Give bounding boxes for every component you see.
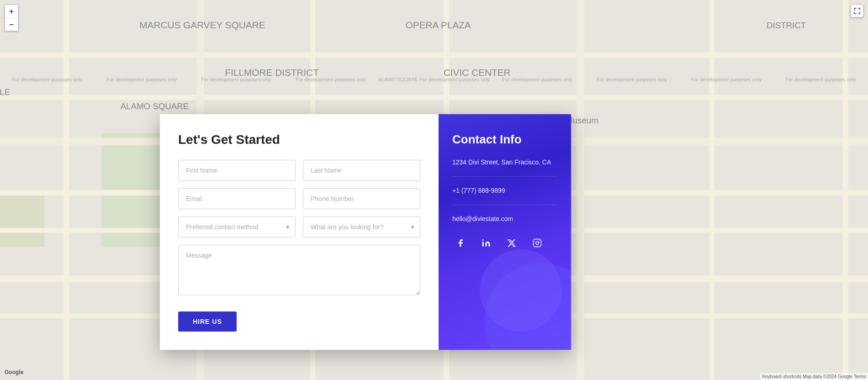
svg-text:MARCUS GARVEY SQUARE: MARCUS GARVEY SQUARE bbox=[139, 20, 265, 30]
contact-row bbox=[178, 188, 420, 209]
svg-text:OPERA PLAZA: OPERA PLAZA bbox=[406, 20, 471, 30]
contact-panel: Contact Info 1234 Divi Street, San Fraci… bbox=[439, 114, 571, 350]
contact-method-select[interactable]: Preferred contact method Email Phone Tex… bbox=[178, 216, 296, 238]
looking-for-wrapper: What are you looking for? Buying Selling… bbox=[303, 216, 420, 238]
contact-divider-1 bbox=[452, 176, 557, 177]
linkedin-icon[interactable] bbox=[478, 235, 494, 251]
last-name-field bbox=[303, 160, 420, 181]
email-field bbox=[178, 188, 296, 209]
svg-point-48 bbox=[482, 239, 484, 241]
facebook-icon[interactable] bbox=[452, 235, 469, 251]
svg-text:FILLMORE DISTRICT: FILLMORE DISTRICT bbox=[225, 67, 319, 78]
svg-text:ALAMO SQUARE: ALAMO SQUARE bbox=[121, 101, 189, 111]
svg-rect-15 bbox=[64, 0, 69, 380]
contact-address: 1234 Divi Street, San Fracisco, CA bbox=[452, 158, 557, 167]
form-title: Let's Get Started bbox=[178, 132, 420, 147]
contact-method-wrapper: Preferred contact method Email Phone Tex… bbox=[178, 216, 296, 238]
twitter-x-icon[interactable] bbox=[503, 235, 520, 251]
message-field bbox=[178, 245, 420, 297]
name-row bbox=[178, 160, 420, 181]
contact-title: Contact Info bbox=[452, 132, 557, 147]
message-row bbox=[178, 245, 420, 297]
zoom-out-button[interactable]: − bbox=[5, 18, 18, 31]
first-name-field bbox=[178, 160, 296, 181]
social-icons-group bbox=[452, 235, 557, 251]
form-panel: Let's Get Started Preferred contact met bbox=[160, 114, 439, 350]
svg-rect-3 bbox=[0, 190, 44, 247]
last-name-input[interactable] bbox=[303, 160, 420, 181]
instagram-icon[interactable] bbox=[529, 235, 545, 251]
map-zoom-controls: + − bbox=[5, 5, 18, 31]
svg-rect-21 bbox=[842, 0, 848, 380]
message-textarea[interactable] bbox=[178, 245, 420, 295]
email-input[interactable] bbox=[178, 188, 296, 209]
submit-button[interactable]: HIRE US bbox=[178, 311, 237, 332]
svg-rect-19 bbox=[577, 0, 584, 380]
svg-text:CIVIC CENTER: CIVIC CENTER bbox=[444, 67, 511, 78]
map-fullscreen-button[interactable] bbox=[851, 5, 863, 17]
svg-rect-4 bbox=[0, 52, 868, 58]
zoom-in-button[interactable]: + bbox=[5, 5, 18, 18]
first-name-input[interactable] bbox=[178, 160, 296, 181]
phone-field bbox=[303, 188, 420, 209]
svg-rect-49 bbox=[534, 239, 541, 247]
contact-divider-2 bbox=[452, 205, 557, 205]
modal-container: Let's Get Started Preferred contact met bbox=[160, 114, 571, 350]
svg-rect-5 bbox=[0, 95, 868, 100]
svg-text:DISTRICT: DISTRICT bbox=[767, 21, 806, 30]
contact-email: hello@diviestate.com bbox=[452, 214, 557, 224]
google-logo: Google bbox=[5, 369, 23, 375]
dropdowns-row: Preferred contact method Email Phone Tex… bbox=[178, 216, 420, 238]
map-attribution: Keyboard shortcuts Map data ©2024 Google… bbox=[760, 373, 868, 380]
phone-input[interactable] bbox=[303, 188, 420, 209]
looking-for-select[interactable]: What are you looking for? Buying Selling… bbox=[303, 216, 420, 238]
svg-text:NORTH OF THE PANHANDLE: NORTH OF THE PANHANDLE bbox=[0, 87, 10, 97]
svg-rect-20 bbox=[709, 0, 714, 380]
contact-phone: +1 (777) 888-9899 bbox=[452, 186, 557, 195]
